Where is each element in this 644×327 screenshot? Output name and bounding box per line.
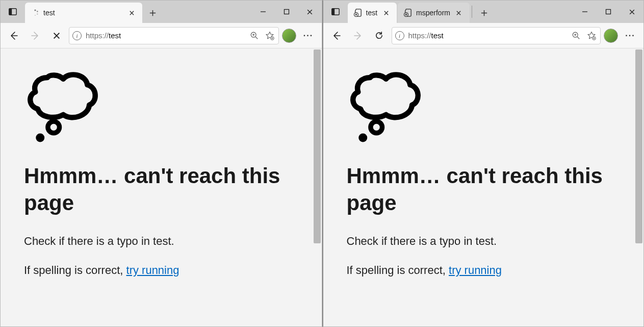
svg-point-9: [48, 121, 60, 133]
new-tab-button[interactable]: [475, 3, 494, 23]
forward-button[interactable]: [26, 27, 44, 45]
svg-point-3: [37, 11, 38, 12]
tab-close-button[interactable]: [381, 8, 391, 17]
url-text: https://test: [86, 31, 245, 40]
tab-strip: test: [25, 1, 251, 23]
more-menu-button[interactable]: ···: [299, 31, 318, 40]
browser-window-2: test msperform: [322, 0, 645, 327]
svg-point-18: [370, 121, 382, 133]
back-button[interactable]: [5, 27, 23, 45]
close-window-button[interactable]: [620, 1, 643, 23]
favorites-icon[interactable]: [264, 30, 275, 41]
page-content: Hmmm… can't reach this page Check if the…: [1, 48, 322, 326]
minimize-button[interactable]: [573, 1, 597, 23]
vertical-scrollbar[interactable]: [635, 49, 642, 243]
address-bar[interactable]: i https://test: [69, 27, 279, 44]
tab-separator: [472, 6, 472, 18]
svg-rect-12: [331, 9, 334, 15]
zoom-icon[interactable]: [571, 30, 582, 41]
new-tab-button[interactable]: [143, 3, 162, 23]
tab-strip: test msperform: [348, 1, 574, 23]
tab-msperform[interactable]: msperform: [398, 3, 470, 23]
error-spell-prefix: If spelling is correct,: [24, 264, 126, 276]
window-controls: [251, 1, 322, 23]
address-bar[interactable]: i https://test: [392, 27, 601, 44]
svg-rect-1: [9, 9, 12, 15]
tab-close-button[interactable]: [454, 8, 463, 17]
window-controls: [573, 1, 643, 23]
network-diag-link[interactable]: try running: [449, 264, 502, 276]
tab-title: test: [43, 9, 123, 17]
svg-rect-15: [606, 10, 611, 14]
tab-actions-button[interactable]: [323, 1, 348, 23]
tab-title: msperform: [416, 9, 450, 17]
tab-actions-button[interactable]: [1, 1, 25, 23]
profile-avatar[interactable]: [282, 29, 296, 43]
svg-point-4: [37, 13, 38, 14]
svg-point-19: [358, 134, 367, 142]
thought-bubble-icon: [344, 61, 621, 147]
refresh-button[interactable]: [370, 27, 389, 45]
page-content: Hmmm… can't reach this page Check if the…: [323, 48, 644, 326]
close-window-button[interactable]: [298, 1, 322, 23]
url-text: https://test: [408, 31, 567, 40]
maximize-button[interactable]: [597, 1, 620, 23]
svg-point-5: [35, 15, 36, 16]
titlebar: test msperform: [323, 1, 644, 23]
toolbar: i https://test ···: [323, 23, 644, 48]
loading-spinner-icon: [31, 9, 39, 17]
toolbar: i https://test ···: [1, 23, 322, 48]
zoom-icon[interactable]: [249, 30, 260, 41]
svg-point-10: [36, 134, 44, 142]
favorites-icon[interactable]: [586, 30, 597, 41]
browser-window-1: test i https://test: [0, 0, 322, 327]
tab-test[interactable]: test: [25, 3, 142, 23]
back-button[interactable]: [327, 27, 346, 45]
error-check-line: Check if there is a typo in test.: [347, 234, 621, 249]
error-check-line: Check if there is a typo in test.: [24, 234, 298, 249]
svg-point-2: [34, 9, 36, 11]
more-menu-button[interactable]: ···: [621, 31, 639, 40]
error-title: Hmmm… can't reach this page: [24, 163, 298, 216]
maximize-button[interactable]: [275, 1, 298, 23]
profile-avatar[interactable]: [604, 29, 618, 43]
network-diag-link[interactable]: try running: [126, 264, 179, 276]
tab-test[interactable]: test: [348, 3, 397, 23]
minimize-button[interactable]: [251, 1, 275, 23]
error-spell-prefix: If spelling is correct,: [347, 264, 449, 276]
error-favicon-icon: [404, 9, 412, 17]
thought-bubble-icon: [21, 61, 298, 147]
stop-button[interactable]: [47, 27, 66, 45]
error-favicon-icon: [354, 9, 362, 17]
site-info-icon[interactable]: i: [72, 31, 82, 40]
vertical-scrollbar[interactable]: [314, 49, 321, 243]
tab-title: test: [366, 9, 378, 17]
error-spelling-line: If spelling is correct, try running: [24, 263, 298, 279]
forward-button[interactable]: [349, 27, 367, 45]
error-spelling-line: If spelling is correct, try running: [347, 263, 621, 279]
tab-close-button[interactable]: [127, 8, 136, 17]
titlebar: test: [1, 1, 322, 23]
error-title: Hmmm… can't reach this page: [347, 163, 621, 216]
svg-rect-6: [284, 10, 289, 14]
site-info-icon[interactable]: i: [395, 31, 404, 40]
